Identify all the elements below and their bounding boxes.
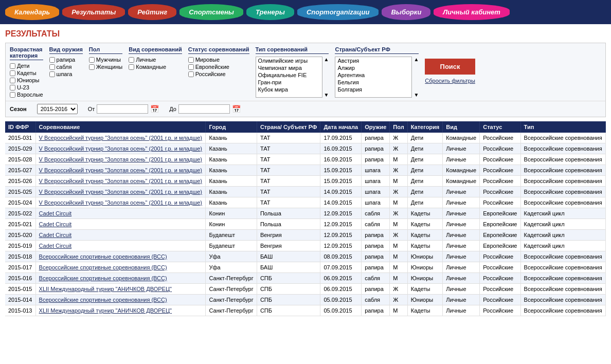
comptype-checkbox[interactable] bbox=[129, 64, 134, 70]
comptype-checkbox[interactable] bbox=[129, 57, 134, 63]
competition-link[interactable]: XLII Международный турнир "АНИЧКОВ ДВОРЕ… bbox=[39, 307, 172, 314]
country-list-item[interactable]: Болгария bbox=[335, 86, 411, 93]
table-cell[interactable]: Всероссийские спортивные соревнования (В… bbox=[35, 273, 206, 284]
country-scroll-down[interactable]: ▼ bbox=[414, 92, 419, 98]
compkind-list-item[interactable]: Официальные FIE bbox=[256, 71, 322, 79]
competition-link[interactable]: Cadet Circuit bbox=[39, 221, 72, 227]
table-cell[interactable]: V Всероссийский турнир "Золотая осень" (… bbox=[35, 154, 206, 165]
compkind-scroll-down[interactable]: ▼ bbox=[324, 92, 329, 98]
competition-link[interactable]: V Всероссийский турнир "Золотая осень" (… bbox=[39, 189, 202, 195]
country-list-item[interactable]: Алжир bbox=[335, 64, 411, 71]
table-cell: Ж bbox=[390, 295, 407, 305]
table-cell: М bbox=[390, 305, 407, 316]
country-list-item[interactable]: Аргентина bbox=[335, 71, 411, 79]
competition-link[interactable]: Всероссийские спортивные соревнования (В… bbox=[39, 253, 167, 260]
age-checkbox[interactable] bbox=[10, 85, 15, 90]
weapon-label: шпага bbox=[57, 71, 73, 77]
country-scroll-up[interactable]: ▲ bbox=[414, 57, 419, 62]
gender-checkbox[interactable] bbox=[89, 64, 95, 70]
table-cell[interactable]: XLII Международный турнир "АНИЧКОВ ДВОРЕ… bbox=[35, 284, 206, 295]
compstatus-checkbox[interactable] bbox=[188, 57, 194, 63]
table-cell[interactable]: V Всероссийский турнир "Золотая осень" (… bbox=[35, 187, 206, 197]
competition-link[interactable]: Cadet Circuit bbox=[39, 210, 72, 216]
compstatus-checkbox[interactable] bbox=[188, 64, 194, 70]
table-cell: СПБ bbox=[257, 284, 320, 295]
table-cell[interactable]: Cadet Circuit bbox=[35, 230, 206, 241]
competition-link[interactable]: Всероссийские спортивные соревнования (В… bbox=[39, 297, 167, 303]
reset-filters-link[interactable]: Сбросить фильтры bbox=[425, 78, 475, 84]
nav-item-5[interactable]: Спортorganizации bbox=[297, 4, 379, 20]
nav-item-6[interactable]: Выборки bbox=[382, 4, 430, 20]
nav-item-7[interactable]: Личный кабинет bbox=[434, 4, 510, 20]
competition-link[interactable]: V Всероссийский турнир "Золотая осень" (… bbox=[39, 145, 202, 152]
country-list[interactable]: АвстрияАлжирАргентинаБельгияБолгария bbox=[335, 57, 412, 98]
table-cell[interactable]: Всероссийские спортивные соревнования (В… bbox=[35, 262, 206, 273]
competition-link[interactable]: Всероссийские спортивные соревнования (В… bbox=[39, 275, 167, 281]
compkind-list-item[interactable]: Олимпийские игры bbox=[256, 57, 322, 64]
nav-item-1[interactable]: Результаты bbox=[62, 4, 125, 20]
table-cell: Российские bbox=[480, 143, 520, 154]
table-cell[interactable]: V Всероссийский турнир "Золотая осень" (… bbox=[35, 133, 206, 143]
table-cell[interactable]: Cadet Circuit bbox=[35, 208, 206, 219]
competition-link[interactable]: XLII Международный турнир "АНИЧКОВ ДВОРЕ… bbox=[39, 286, 172, 292]
table-cell: ТАТ bbox=[257, 176, 320, 187]
table-cell: Казань bbox=[206, 133, 257, 143]
date-to-input[interactable] bbox=[178, 104, 230, 114]
table-cell[interactable]: Cadet Circuit bbox=[35, 241, 206, 251]
competition-link[interactable]: Всероссийские спортивные соревнования (В… bbox=[39, 264, 167, 270]
calendar-from-icon[interactable]: 📅 bbox=[150, 105, 159, 113]
table-cell[interactable]: Всероссийские спортивные соревнования (В… bbox=[35, 251, 206, 262]
competition-link[interactable]: V Всероссийский турнир "Золотая осень" (… bbox=[39, 167, 202, 173]
competition-link[interactable]: V Всероссийский турнир "Золотая осень" (… bbox=[39, 178, 202, 184]
season-select[interactable]: 2015-2016 bbox=[37, 104, 78, 114]
table-cell: 2015-027 bbox=[5, 165, 35, 176]
table-cell[interactable]: Всероссийские спортивные соревнования (В… bbox=[35, 295, 206, 305]
age-checkbox[interactable] bbox=[10, 63, 15, 69]
table-cell[interactable]: V Всероссийский турнир "Золотая осень" (… bbox=[35, 165, 206, 176]
country-list-item[interactable]: Австрия bbox=[335, 57, 411, 64]
table-cell[interactable]: V Всероссийский турнир "Золотая осень" (… bbox=[35, 197, 206, 208]
nav-item-4[interactable]: Тренеры bbox=[246, 4, 294, 20]
age-filter-item: U-23 bbox=[10, 84, 43, 90]
table-cell: Ж bbox=[390, 133, 407, 143]
nav-item-2[interactable]: Рейтинг bbox=[128, 4, 176, 20]
table-cell: 2015-026 bbox=[5, 176, 35, 187]
compkind-scroll-up[interactable]: ▲ bbox=[324, 57, 329, 62]
search-button[interactable]: Поиск bbox=[425, 59, 475, 75]
nav-item-0[interactable]: Календарь bbox=[5, 4, 59, 20]
comp-kind-list[interactable]: Олимпийские игрыЧемпионат мираОфициальны… bbox=[256, 57, 322, 98]
competition-link[interactable]: V Всероссийский турнир "Золотая осень" (… bbox=[39, 199, 202, 206]
competition-link[interactable]: V Всероссийский турнир "Золотая осень" (… bbox=[39, 156, 202, 162]
age-checkbox[interactable] bbox=[10, 70, 15, 76]
weapon-checkbox[interactable] bbox=[49, 71, 55, 77]
weapon-checkbox[interactable] bbox=[49, 64, 55, 70]
competition-link[interactable]: Cadet Circuit bbox=[39, 243, 72, 249]
compstatus-checkbox[interactable] bbox=[188, 71, 194, 77]
table-cell: 12.09.2015 bbox=[320, 230, 362, 241]
table-cell: Дети bbox=[407, 133, 443, 143]
table-cell: шпага bbox=[362, 165, 390, 176]
table-cell[interactable]: V Всероссийский турнир "Золотая осень" (… bbox=[35, 176, 206, 187]
table-cell: Российские bbox=[480, 262, 520, 273]
table-cell: Дети bbox=[407, 154, 443, 165]
age-checkbox[interactable] bbox=[10, 92, 15, 98]
compkind-list-item[interactable]: Гран-при bbox=[256, 79, 322, 86]
weapon-checkbox[interactable] bbox=[49, 57, 55, 63]
table-cell: Дети bbox=[407, 176, 443, 187]
compkind-list-item[interactable]: Кубок мира bbox=[256, 86, 322, 93]
age-checkbox[interactable] bbox=[10, 78, 15, 83]
country-list-item[interactable]: Бельгия bbox=[335, 79, 411, 86]
competition-link[interactable]: Cadet Circuit bbox=[39, 232, 72, 238]
compkind-list-item[interactable]: Чемпионат мира bbox=[256, 64, 322, 71]
competition-link[interactable]: V Всероссийский турнир "Золотая осень" (… bbox=[39, 135, 202, 141]
nav-item-3[interactable]: Спортсмены bbox=[179, 4, 243, 20]
table-cell[interactable]: V Всероссийский турнир "Золотая осень" (… bbox=[35, 143, 206, 154]
table-cell: 06.09.2015 bbox=[320, 273, 362, 284]
table-cell[interactable]: Cadet Circuit bbox=[35, 219, 206, 230]
date-from-input[interactable] bbox=[97, 104, 148, 114]
table-cell[interactable]: XLII Международный турнир "АНИЧКОВ ДВОРЕ… bbox=[35, 305, 206, 316]
table-cell: Конин bbox=[206, 208, 257, 219]
table-cell: Ж bbox=[390, 143, 407, 154]
calendar-to-icon[interactable]: 📅 bbox=[232, 105, 241, 113]
gender-checkbox[interactable] bbox=[89, 57, 95, 63]
